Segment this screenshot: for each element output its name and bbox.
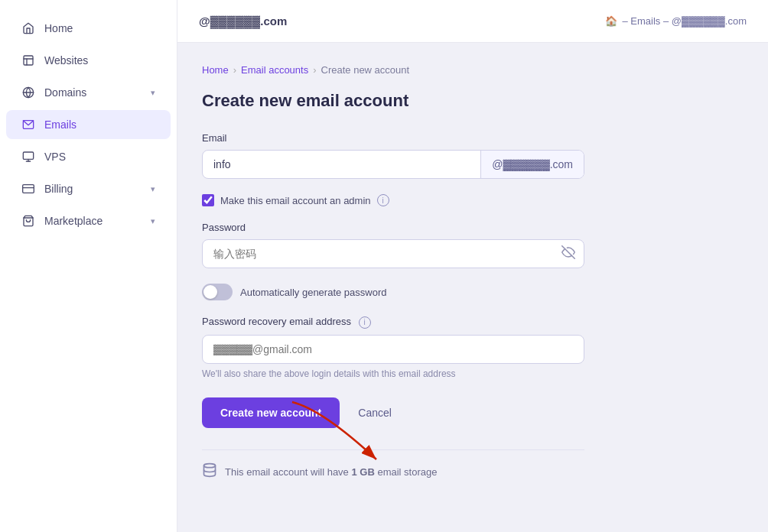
cancel-button[interactable]: Cancel: [352, 397, 398, 428]
sidebar-item-vps[interactable]: VPS: [6, 142, 171, 171]
chevron-down-icon: ▾: [151, 88, 155, 98]
password-input-wrapper: [202, 239, 584, 268]
auto-password-row: Automatically generate password: [202, 284, 584, 300]
email-input-group: @▓▓▓▓▓▓.com: [202, 150, 584, 179]
sidebar-item-label: Websites: [44, 54, 88, 66]
billing-icon: [21, 182, 35, 196]
chevron-down-icon: ▾: [151, 184, 155, 194]
sidebar-item-domains[interactable]: Domains ▾: [6, 78, 171, 107]
password-input[interactable]: [202, 239, 584, 268]
create-email-form: Email @▓▓▓▓▓▓.com Make this email accoun…: [202, 132, 584, 482]
eye-icon[interactable]: [561, 245, 575, 262]
sidebar-item-label: Home: [44, 22, 73, 34]
email-label: Email: [202, 132, 584, 144]
info-icon[interactable]: i: [377, 194, 389, 206]
chevron-down-icon: ▾: [151, 216, 155, 226]
topbar-breadcrumb-text: – Emails – @▓▓▓▓▓▓.com: [622, 15, 747, 27]
svg-rect-0: [24, 56, 33, 65]
breadcrumb-sep2: ›: [313, 64, 316, 76]
breadcrumb-email-accounts[interactable]: Email accounts: [241, 64, 308, 76]
recovery-email-label: Password recovery email address i: [202, 316, 584, 329]
svg-rect-6: [23, 152, 33, 159]
auto-password-label: Automatically generate password: [240, 287, 387, 298]
auto-password-toggle[interactable]: [202, 284, 233, 300]
sidebar-item-emails[interactable]: Emails: [6, 110, 171, 139]
topbar-domain: @▓▓▓▓▓▓.com: [199, 15, 287, 28]
svg-rect-9: [23, 185, 34, 193]
admin-checkbox-label[interactable]: Make this email account an admin: [220, 195, 371, 206]
recovery-email-group: Password recovery email address i We'll …: [202, 316, 584, 379]
recovery-hint: We'll also share the above login details…: [202, 368, 584, 379]
admin-checkbox[interactable]: [202, 194, 214, 206]
breadcrumb: Home › Email accounts › Create new accou…: [202, 64, 744, 76]
recovery-email-input[interactable]: [202, 335, 584, 364]
create-account-button[interactable]: Create new account: [202, 397, 340, 428]
sidebar-item-websites[interactable]: Websites: [6, 46, 171, 75]
home-icon: [21, 21, 35, 35]
storage-notice: This email account will have 1 GB email …: [202, 449, 584, 482]
sidebar-item-label: Emails: [44, 118, 76, 131]
admin-checkbox-row: Make this email account an admin i: [202, 194, 584, 206]
breadcrumb-home[interactable]: Home: [202, 64, 229, 76]
domains-icon: [21, 86, 35, 99]
home-icon: 🏠: [605, 15, 617, 27]
svg-point-13: [204, 463, 216, 467]
sidebar-item-label: VPS: [44, 151, 66, 163]
main-content: @▓▓▓▓▓▓.com 🏠 – Emails – @▓▓▓▓▓▓.com Hom…: [177, 0, 768, 532]
sidebar-item-label: Domains: [44, 86, 86, 99]
password-field-group: Password: [202, 222, 584, 268]
password-label: Password: [202, 222, 584, 233]
sidebar: Home Websites Domains ▾ Emails VPS Billi…: [0, 0, 177, 532]
vps-icon: [21, 150, 35, 164]
email-input[interactable]: [203, 151, 480, 178]
marketplace-icon: [21, 214, 35, 228]
topbar: @▓▓▓▓▓▓.com 🏠 – Emails – @▓▓▓▓▓▓.com: [177, 0, 768, 43]
websites-icon: [21, 54, 35, 67]
sidebar-item-label: Billing: [44, 183, 73, 195]
topbar-breadcrumb: 🏠 – Emails – @▓▓▓▓▓▓.com: [605, 15, 747, 27]
sidebar-item-label: Marketplace: [44, 215, 103, 227]
breadcrumb-current: Create new account: [321, 64, 410, 76]
sidebar-item-marketplace[interactable]: Marketplace ▾: [6, 206, 171, 235]
storage-notice-text: This email account will have 1 GB email …: [225, 466, 437, 478]
sidebar-item-billing[interactable]: Billing ▾: [6, 174, 171, 203]
email-domain: @▓▓▓▓▓▓.com: [480, 151, 584, 178]
breadcrumb-sep1: ›: [233, 64, 236, 76]
email-field-group: Email @▓▓▓▓▓▓.com: [202, 132, 584, 179]
emails-icon: [21, 118, 35, 131]
recovery-input-wrapper: [202, 335, 584, 364]
storage-icon: [202, 462, 217, 482]
sidebar-item-home[interactable]: Home: [6, 14, 171, 43]
recovery-info-icon[interactable]: i: [359, 316, 371, 329]
content-area: Home › Email accounts › Create new accou…: [177, 43, 768, 532]
page-title: Create new email account: [202, 91, 744, 111]
button-row: Create new account Cancel: [202, 397, 584, 428]
